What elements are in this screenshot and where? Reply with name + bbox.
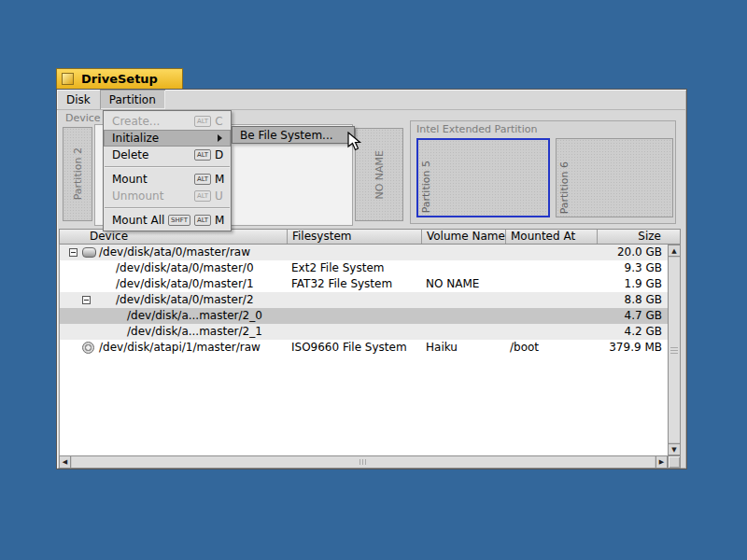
- alt-keycap: ALT: [194, 215, 211, 226]
- device-cell: /dev/disk/atapi/1/master/raw: [60, 340, 288, 356]
- mounted-at-cell: [506, 245, 598, 260]
- partition-menu-popup: Create... ALT C Initialize Delete ALT D …: [103, 110, 232, 231]
- table-row[interactable]: /dev/disk/ata/0/master/0 Ext2 File Syste…: [60, 260, 668, 276]
- mounted-at-cell: [506, 324, 598, 340]
- vertical-scroll-thumb[interactable]: [669, 258, 680, 442]
- device-path: /dev/disk/ata/0/master/1: [116, 276, 254, 292]
- drivesetup-window: Disk Partition Device Partition 2 NO NAM…: [56, 89, 687, 469]
- shortcut-letter: C: [215, 115, 223, 128]
- table-row[interactable]: /dev/disk/ata/0/master/raw 20.0 GB: [60, 245, 668, 260]
- table-row[interactable]: /dev/disk/a...master/2_0 4.7 GB: [60, 308, 668, 324]
- menu-separator: [104, 163, 231, 171]
- alt-keycap: ALT: [194, 116, 211, 127]
- alt-keycap: ALT: [194, 149, 211, 161]
- device-cell: /dev/disk/ata/0/master/1: [60, 276, 288, 292]
- menu-separator: [104, 204, 231, 212]
- partition-5-box[interactable]: Partition 5: [416, 138, 550, 217]
- table-row[interactable]: /dev/disk/atapi/1/master/raw ISO9660 Fil…: [60, 340, 668, 356]
- menu-item-initialize[interactable]: Initialize: [104, 130, 231, 147]
- table-row[interactable]: /dev/disk/a...master/2_1 4.2 GB: [60, 324, 668, 340]
- menu-item-create[interactable]: Create... ALT C: [104, 113, 231, 130]
- device-cell: /dev/disk/a...master/2_0: [60, 308, 288, 324]
- window-tab[interactable]: DriveSetup: [56, 68, 183, 89]
- device-path: /dev/disk/a...master/2_0: [127, 308, 262, 324]
- vertical-scrollbar[interactable]: ▲ ▼: [668, 245, 681, 455]
- device-pane-label: Device: [65, 112, 101, 124]
- close-button[interactable]: [62, 73, 74, 85]
- alt-keycap: ALT: [194, 174, 211, 185]
- scroll-left-button[interactable]: ◀: [60, 456, 71, 468]
- menu-item-delete[interactable]: Delete ALT D: [104, 147, 231, 163]
- device-path: /dev/disk/a...master/2_1: [127, 324, 262, 340]
- scroll-down-button[interactable]: ▼: [669, 443, 680, 455]
- menu-item-be-file-system[interactable]: Be File System...: [232, 126, 355, 144]
- shortcut-letter: M: [215, 214, 223, 227]
- filesystem-cell: [288, 245, 422, 260]
- size-cell: 20.0 GB: [598, 245, 668, 260]
- filesystem-cell: [288, 324, 422, 340]
- collapse-latch-icon[interactable]: [82, 296, 91, 304]
- device-cell: /dev/disk/ata/0/master/raw: [60, 245, 288, 260]
- size-cell: 9.3 GB: [598, 260, 668, 276]
- resize-corner[interactable]: [668, 455, 681, 469]
- filesystem-cell: FAT32 File System: [288, 276, 422, 292]
- device-list: /dev/disk/ata/0/master/raw 20.0 GB /dev/…: [59, 245, 668, 455]
- column-header-filesystem[interactable]: Filesystem: [288, 230, 422, 244]
- horizontal-scroll-thumb[interactable]: [72, 456, 655, 468]
- partition-6-box[interactable]: Partition 6: [556, 138, 673, 217]
- menu-item-mount-all[interactable]: Mount All SHFT ALT M: [104, 212, 231, 229]
- filesystem-cell: ISO9660 File System: [288, 340, 422, 356]
- size-cell: 1.9 GB: [598, 276, 668, 292]
- cd-rom-icon: [82, 342, 94, 354]
- mount-all-label: Mount All: [112, 214, 168, 227]
- size-cell: 4.2 GB: [598, 324, 668, 340]
- scroll-up-button[interactable]: ▲: [669, 245, 680, 257]
- shift-keycap: SHFT: [168, 215, 190, 226]
- column-header-mounted-at[interactable]: Mounted At: [506, 230, 598, 244]
- table-row[interactable]: /dev/disk/ata/0/master/1 FAT32 File Syst…: [60, 276, 668, 292]
- size-cell: 8.8 GB: [598, 292, 668, 308]
- device-cell: /dev/disk/ata/0/master/0: [60, 260, 288, 276]
- volume-name-cell: [422, 292, 506, 308]
- menubar: Disk Partition: [57, 90, 686, 110]
- volume-name-cell: [422, 308, 506, 324]
- delete-label: Delete: [112, 148, 194, 161]
- mounted-at-cell: [506, 260, 598, 276]
- volume-name-cell: NO NAME: [422, 276, 506, 292]
- create-label: Create...: [112, 115, 194, 128]
- menu-partition[interactable]: Partition: [100, 90, 165, 109]
- column-header-device[interactable]: Device: [60, 230, 288, 244]
- menu-item-mount[interactable]: Mount ALT M: [104, 171, 231, 188]
- menu-disk[interactable]: Disk: [57, 90, 100, 109]
- partition-2-label: Partition 2: [72, 147, 84, 200]
- submenu-arrow-icon: [218, 134, 222, 142]
- mount-label: Mount: [112, 173, 194, 186]
- no-name-label: NO NAME: [374, 150, 386, 200]
- shortcut-letter: U: [215, 189, 223, 203]
- device-cell: /dev/disk/a...master/2_1: [60, 324, 288, 340]
- device-path: /dev/disk/ata/0/master/raw: [99, 245, 250, 260]
- partition-5-label: Partition 5: [420, 161, 432, 213]
- alt-keycap: ALT: [194, 190, 211, 202]
- volume-name-cell: [422, 324, 506, 340]
- partition-6-label: Partition 6: [558, 161, 571, 214]
- collapse-latch-icon[interactable]: [69, 248, 78, 257]
- extended-partition-box[interactable]: Intel Extended Partition Partition 5 Par…: [410, 120, 676, 224]
- column-header-volume-name[interactable]: Volume Name: [422, 230, 506, 244]
- scroll-right-button[interactable]: ▶: [655, 456, 667, 468]
- desktop: DriveSetup Disk Partition Device Partiti…: [0, 0, 747, 560]
- filesystem-cell: Ext2 File System: [288, 260, 422, 276]
- device-path: /dev/disk/ata/0/master/0: [116, 260, 254, 276]
- mounted-at-cell: [506, 276, 598, 292]
- size-cell: 379.9 MB: [598, 340, 668, 356]
- initialize-label: Initialize: [112, 132, 218, 145]
- device-path: /dev/disk/ata/0/master/2: [116, 292, 254, 308]
- column-header-size[interactable]: Size: [598, 230, 680, 244]
- shortcut-letter: D: [215, 148, 223, 161]
- filesystem-cell: [288, 308, 422, 324]
- volume-name-cell: [422, 245, 506, 260]
- horizontal-scrollbar[interactable]: ◀ ▶: [59, 455, 668, 469]
- table-row[interactable]: /dev/disk/ata/0/master/2 8.8 GB: [60, 292, 668, 308]
- menu-item-unmount[interactable]: Unmount ALT U: [104, 188, 231, 204]
- partition-2-box[interactable]: Partition 2: [63, 127, 92, 221]
